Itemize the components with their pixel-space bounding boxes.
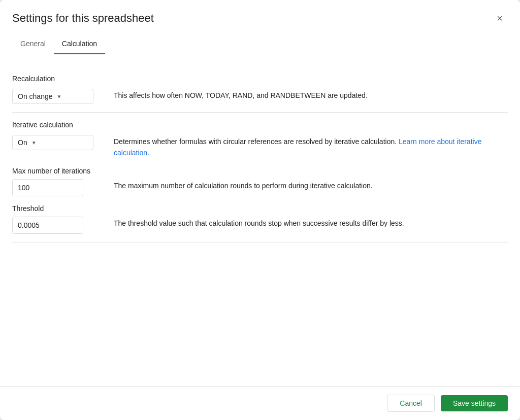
iterative-calculation-description: Determines whether formulas with circula…	[114, 135, 508, 159]
recalculation-control: On change ▼	[12, 89, 93, 104]
recalculation-dropdown-value: On change	[18, 92, 53, 100]
close-button[interactable]: ×	[492, 10, 508, 26]
dialog-header: Settings for this spreadsheet ×	[0, 0, 520, 26]
dialog-title: Settings for this spreadsheet	[12, 12, 154, 25]
iterative-calculation-dropdown-arrow: ▼	[31, 140, 37, 146]
max-iterations-description: The maximum number of calculation rounds…	[114, 179, 508, 191]
recalculation-section: Recalculation On change ▼ This affects h…	[12, 66, 508, 113]
save-settings-button[interactable]: Save settings	[441, 395, 508, 411]
iterative-calculation-dropdown[interactable]: On ▼	[12, 135, 93, 150]
tab-calculation[interactable]: Calculation	[54, 34, 105, 54]
dialog-footer: Cancel Save settings	[0, 386, 520, 420]
tab-general[interactable]: General	[12, 34, 54, 54]
max-iterations-subsection: Max number of iterations The maximum num…	[12, 167, 508, 196]
threshold-control	[12, 217, 93, 234]
iterative-description-text: Determines whether formulas with circula…	[114, 137, 397, 146]
recalculation-label: Recalculation	[12, 75, 508, 83]
max-iterations-label: Max number of iterations	[12, 167, 508, 175]
recalculation-description: This affects how often NOW, TODAY, RAND,…	[114, 89, 508, 101]
iterative-calculation-label: Iterative calculation	[12, 121, 508, 129]
iterative-calculation-dropdown-value: On	[18, 138, 27, 147]
iterative-calculation-section: Iterative calculation On ▼ Determines wh…	[12, 113, 508, 242]
recalculation-row: On change ▼ This affects how often NOW, …	[12, 89, 508, 104]
threshold-label: Threshold	[12, 204, 508, 213]
tab-bar: General Calculation	[0, 34, 520, 54]
cancel-button[interactable]: Cancel	[387, 395, 435, 412]
threshold-subsection: Threshold The threshold value such that …	[12, 204, 508, 234]
threshold-input[interactable]	[12, 217, 83, 234]
recalculation-dropdown[interactable]: On change ▼	[12, 89, 93, 104]
dialog-body: Recalculation On change ▼ This affects h…	[0, 54, 520, 386]
max-iterations-row: The maximum number of calculation rounds…	[12, 179, 508, 196]
threshold-description: The threshold value such that calculatio…	[114, 217, 508, 229]
iterative-calculation-row: On ▼ Determines whether formulas with ci…	[12, 135, 508, 159]
iterative-calculation-control: On ▼	[12, 135, 93, 150]
settings-dialog: Settings for this spreadsheet × General …	[0, 0, 520, 420]
max-iterations-control	[12, 179, 93, 196]
recalculation-dropdown-arrow: ▼	[57, 94, 62, 99]
max-iterations-input[interactable]	[12, 179, 83, 196]
threshold-row: The threshold value such that calculatio…	[12, 217, 508, 234]
